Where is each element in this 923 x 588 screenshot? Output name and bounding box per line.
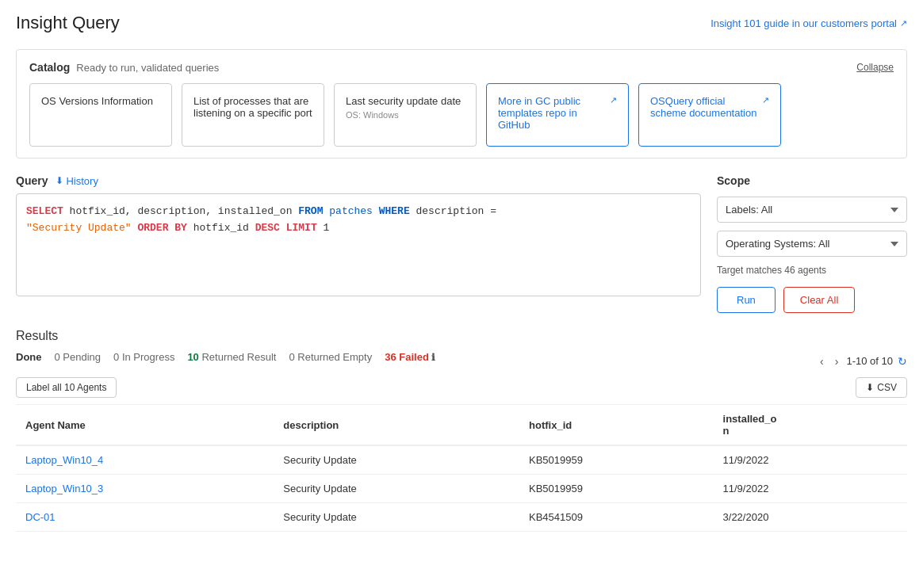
agent-link[interactable]: DC-01 (25, 511, 56, 523)
col-description: description (274, 405, 519, 445)
prev-page-button[interactable]: ‹ (817, 353, 827, 369)
label-all-button[interactable]: Label all 10 Agents (16, 377, 117, 398)
scope-buttons: Run Clear All (717, 287, 907, 313)
table-row: DC-01 Security Update KB4541509 3/22/202… (16, 503, 907, 532)
results-top-row: Done 0 Pending 0 In Progress 10 Returned… (16, 351, 907, 371)
external-icon-gc: ↗ (610, 95, 617, 105)
agent-link[interactable]: Laptop_Win10_4 (25, 454, 103, 466)
catalog-header: Catalog Ready to run, validated queries … (29, 61, 894, 74)
clear-all-button[interactable]: Clear All (783, 287, 855, 313)
scope-section: Scope Labels: All Operating Systems: All… (717, 174, 907, 313)
download-icon: ⬇ (866, 382, 874, 393)
table-body: Laptop_Win10_4 Security Update KB5019959… (16, 445, 907, 532)
page-title: Insight Query (16, 13, 120, 33)
table-row: Laptop_Win10_3 Security Update KB5019959… (16, 475, 907, 503)
history-link[interactable]: ⬇ History (56, 175, 98, 187)
catalog-card-last-security[interactable]: Last security update date OS: Windows (334, 83, 477, 147)
refresh-icon[interactable]: ↻ (898, 355, 907, 368)
catalog-cards: OS Versions Information List of processe… (29, 83, 894, 147)
query-line-1: SELECT hotfix_id, description, installed… (26, 204, 691, 220)
status-returned-empty: 0 Returned Empty (289, 351, 372, 363)
scope-label: Scope (717, 174, 907, 187)
status-in-progress: 0 In Progress (113, 351, 174, 363)
col-hotfix-id: hotfix_id (519, 405, 714, 445)
agent-link[interactable]: Laptop_Win10_3 (25, 483, 103, 494)
table-row: Laptop_Win10_4 Security Update KB5019959… (16, 445, 907, 475)
catalog-card-osquery-docs[interactable]: OSQuery official scheme documentation ↗ (638, 83, 781, 147)
catalog-card-processes-port[interactable]: List of processes that are listening on … (182, 83, 324, 147)
failed-info-icon[interactable]: ℹ (431, 352, 435, 363)
status-returned-result: 10 Returned Result (187, 351, 276, 363)
query-header: Query ⬇ History (16, 174, 701, 187)
results-table: Agent Name description hotfix_id install… (16, 405, 907, 532)
query-section: Query ⬇ History SELECT hotfix_id, descri… (16, 174, 701, 313)
catalog-card-gc-templates[interactable]: More in GC public templates repo in GitH… (486, 83, 629, 147)
collapse-button[interactable]: Collapse (856, 62, 894, 73)
history-icon: ⬇ (56, 175, 63, 186)
table-header: Agent Name description hotfix_id install… (16, 405, 907, 445)
col-installed-on: installed_on (714, 405, 907, 445)
results-status: Done 0 Pending 0 In Progress 10 Returned… (16, 351, 435, 363)
results-pagination: ‹ › 1-10 of 10 ↻ (817, 353, 907, 369)
page-header: Insight Query Insight 101 guide in our c… (16, 13, 907, 33)
query-scope-row: Query ⬇ History SELECT hotfix_id, descri… (16, 174, 907, 313)
query-editor[interactable]: SELECT hotfix_id, description, installed… (16, 193, 701, 296)
results-title: Results (16, 329, 907, 343)
results-actions: Label all 10 Agents ⬇ CSV (16, 371, 907, 405)
target-matches: Target matches 46 agents (717, 265, 907, 276)
catalog-section: Catalog Ready to run, validated queries … (16, 49, 907, 158)
query-line-2: "Security Update" ORDER BY hotfix_id DES… (26, 220, 691, 237)
status-failed: 36 Failed ℹ (385, 351, 435, 363)
external-link-icon: ↗ (900, 18, 907, 29)
os-select[interactable]: Operating Systems: All (717, 231, 907, 257)
labels-select[interactable]: Labels: All (717, 197, 907, 223)
portal-link[interactable]: Insight 101 guide in our customers porta… (710, 17, 907, 29)
next-page-button[interactable]: › (832, 353, 842, 369)
status-done: Done (16, 351, 42, 363)
external-icon-osquery: ↗ (762, 95, 769, 105)
query-label: Query (16, 174, 48, 187)
csv-button[interactable]: ⬇ CSV (856, 377, 907, 398)
pagination-text: 1-10 of 10 (846, 355, 893, 367)
catalog-title: Catalog (29, 61, 70, 74)
run-button[interactable]: Run (717, 287, 776, 313)
catalog-subtitle: Ready to run, validated queries (76, 62, 219, 74)
catalog-card-os-versions[interactable]: OS Versions Information (29, 83, 172, 147)
status-pending: 0 Pending (55, 351, 101, 363)
results-section: Results Done 0 Pending 0 In Progress 10 … (16, 329, 907, 532)
page-container: Insight Query Insight 101 guide in our c… (0, 0, 923, 544)
col-agent-name: Agent Name (16, 405, 274, 445)
